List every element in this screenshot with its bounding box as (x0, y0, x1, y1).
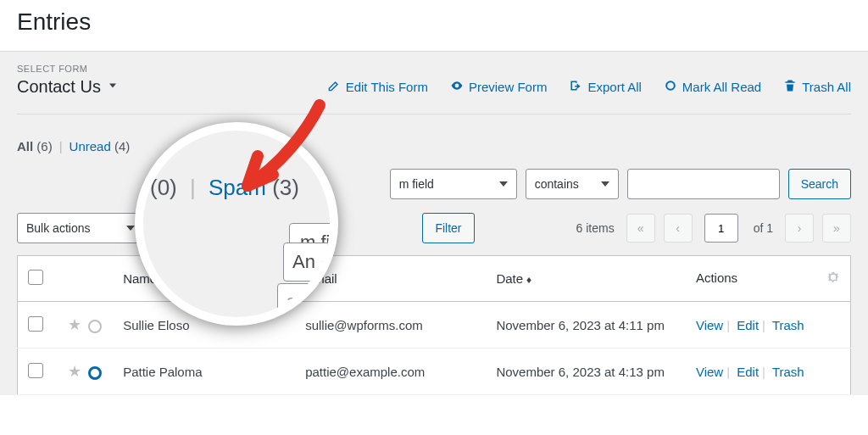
row-checkbox[interactable] (28, 363, 43, 378)
form-selector[interactable]: Contact Us (17, 77, 120, 97)
toolbar-panel: (0) | Spam (3) m field An ange SELECT FO… (0, 51, 868, 395)
pencil-icon (327, 79, 341, 95)
pagination-last-button[interactable]: » (822, 214, 851, 243)
eye-icon (450, 79, 464, 95)
column-header-actions: Actions (686, 256, 851, 302)
search-match-select[interactable]: contains (526, 169, 619, 199)
edit-link[interactable]: Edit (737, 318, 759, 332)
page-title: Entries (17, 8, 851, 36)
separator: | (190, 175, 196, 200)
circle-outline-icon (664, 79, 677, 95)
row-email: pattie@example.com (295, 349, 486, 395)
gear-icon[interactable] (826, 270, 840, 287)
sort-icon: ♦ (526, 274, 531, 286)
trash-icon (783, 79, 797, 95)
trash-all-link[interactable]: Trash All (783, 79, 851, 95)
form-actions: Edit This Form Preview Form Export All M… (327, 79, 851, 95)
status-all-count: (6) (36, 139, 52, 153)
entries-table: Name Email Date♦ Actions (17, 255, 851, 395)
export-all-link[interactable]: Export All (569, 79, 641, 95)
row-date: November 6, 2023 at 4:13 pm (486, 349, 686, 395)
export-icon (569, 79, 582, 95)
pagination-first-button[interactable]: « (626, 214, 655, 243)
items-count-text: 6 items (576, 221, 615, 235)
preview-form-link[interactable]: Preview Form (450, 79, 548, 95)
row-actions: View| Edit| Trash (686, 349, 851, 395)
pagination-page-input[interactable] (704, 214, 738, 243)
read-indicator-icon[interactable] (88, 320, 102, 333)
svg-point-0 (666, 81, 675, 90)
star-icon[interactable]: ★ (68, 316, 81, 333)
column-header-date[interactable]: Date♦ (486, 256, 686, 302)
zoom-spam-count: (3) (272, 175, 299, 200)
table-row[interactable]: ★ Pattie Paloma pattie@example.com Novem… (18, 349, 851, 395)
search-field-select[interactable]: m field (390, 169, 517, 199)
pagination-prev-button[interactable]: ‹ (664, 214, 693, 243)
pagination-of-text: of 1 (754, 221, 773, 235)
view-link[interactable]: View (696, 318, 723, 332)
bulk-actions-select[interactable]: Bulk actions (17, 213, 144, 243)
star-icon[interactable]: ★ (68, 363, 81, 380)
status-filters: All (6) | Unread (4) (17, 114, 851, 169)
read-indicator-icon[interactable] (88, 366, 102, 380)
separator: | (59, 139, 63, 153)
select-all-checkbox[interactable] (28, 270, 43, 285)
status-unread-count: (4) (114, 139, 130, 153)
edit-form-link[interactable]: Edit This Form (327, 79, 428, 95)
mark-all-read-link[interactable]: Mark All Read (664, 79, 761, 95)
trash-link[interactable]: Trash (772, 318, 804, 332)
row-name: Pattie Paloma (113, 349, 295, 395)
filter-button[interactable]: Filter (422, 213, 474, 243)
row-checkbox[interactable] (28, 316, 43, 332)
row-actions: View| Edit| Trash (686, 302, 851, 349)
form-name-text: Contact Us (17, 77, 101, 97)
search-term-input[interactable] (627, 169, 780, 199)
table-row[interactable]: ★ Sullie Eloso sullie@wpforms.com Novemb… (18, 302, 851, 349)
trash-link[interactable]: Trash (772, 365, 804, 379)
zoom-spam-link: Spam (209, 175, 266, 200)
entries-page: Entries (0) | Spam (3) m field (0, 0, 868, 395)
status-all-link[interactable]: All (17, 139, 33, 153)
form-selector-label: SELECT FORM (17, 52, 851, 74)
zoom-magnifier: (0) | Spam (3) m field An ange (135, 122, 338, 326)
row-email: sullie@wpforms.com (295, 302, 486, 349)
chevron-down-icon (106, 77, 120, 97)
zoom-starred-count: (0) (150, 175, 177, 200)
status-unread-link[interactable]: Unread (70, 139, 111, 153)
view-link[interactable]: View (696, 365, 723, 379)
row-date: November 6, 2023 at 4:11 pm (486, 302, 686, 349)
edit-link[interactable]: Edit (737, 365, 759, 379)
pagination-next-button[interactable]: › (785, 214, 814, 243)
search-button[interactable]: Search (788, 169, 851, 199)
